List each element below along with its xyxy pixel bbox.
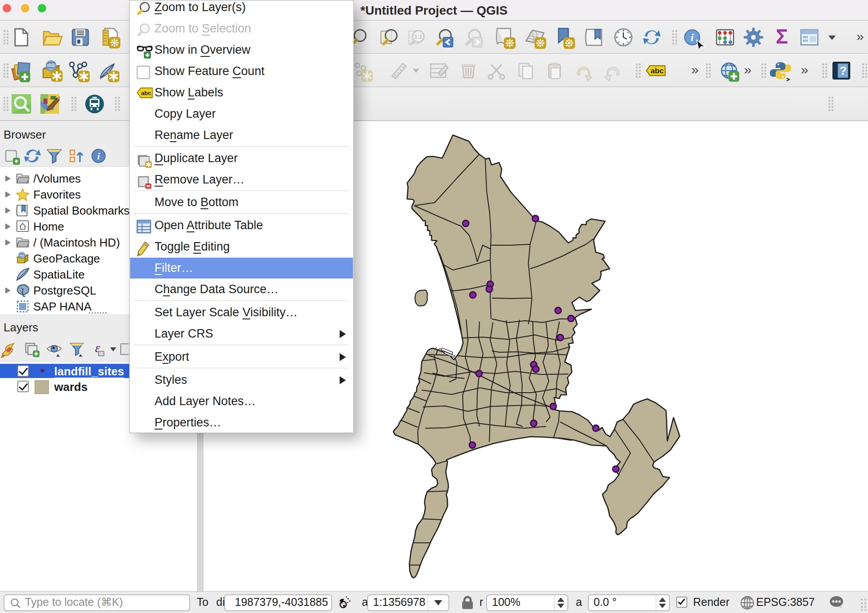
- svg-text:Σ: Σ: [776, 25, 788, 48]
- svg-text:abc: abc: [650, 67, 663, 75]
- svg-text:?: ?: [840, 64, 847, 77]
- svg-text:1:1: 1:1: [414, 34, 422, 40]
- svg-text:i: i: [691, 32, 694, 43]
- svg-text:abc: abc: [141, 90, 151, 96]
- svg-text:i: i: [97, 151, 100, 162]
